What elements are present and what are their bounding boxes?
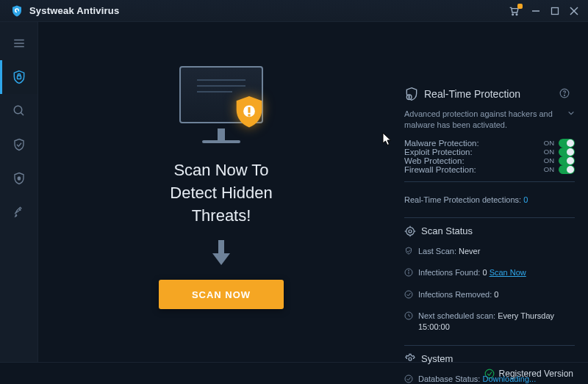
chevron-down-icon bbox=[563, 109, 575, 120]
scan-status-title: Scan Status bbox=[404, 225, 575, 237]
svg-marker-17 bbox=[212, 253, 230, 265]
info-icon bbox=[404, 268, 413, 280]
svg-point-22 bbox=[406, 227, 415, 235]
check-circle-icon bbox=[404, 374, 413, 384]
toggle-exploit: Exploit Protection:ON bbox=[404, 148, 575, 156]
check-shield-icon bbox=[404, 247, 413, 258]
svg-line-11 bbox=[21, 112, 24, 115]
scan-now-button[interactable]: SCAN NOW bbox=[159, 280, 284, 309]
rtp-note[interactable]: Advanced protection against hackers and … bbox=[404, 109, 575, 131]
sidebar-item-privacy[interactable]: e bbox=[0, 162, 37, 195]
sidebar-item-protection[interactable] bbox=[0, 128, 37, 162]
toggle-malware: Malware Protection:ON bbox=[404, 139, 575, 148]
scan-now-link[interactable]: Scan Now bbox=[490, 268, 526, 277]
svg-text:i: i bbox=[409, 95, 409, 99]
rtp-title: i Real-Time Protection bbox=[404, 87, 575, 101]
svg-point-21 bbox=[564, 95, 565, 95]
svg-point-30 bbox=[409, 270, 409, 271]
app-title: Systweak Antivirus bbox=[29, 5, 119, 16]
arrow-down-icon bbox=[210, 240, 232, 269]
svg-rect-15 bbox=[248, 114, 250, 116]
svg-point-0 bbox=[512, 13, 514, 15]
hero-headline: Scan Now To Detect Hidden Threats! bbox=[170, 159, 272, 227]
minimize-button[interactable] bbox=[526, 1, 545, 21]
svg-line-4 bbox=[570, 7, 578, 15]
maximize-button[interactable] bbox=[545, 1, 564, 21]
svg-point-10 bbox=[14, 106, 22, 114]
svg-rect-14 bbox=[248, 107, 250, 113]
sidebar: e bbox=[0, 22, 38, 362]
check-circle-icon bbox=[404, 290, 413, 302]
svg-point-31 bbox=[405, 291, 412, 298]
toggle-firewall-switch[interactable]: ON bbox=[544, 165, 575, 174]
svg-rect-16 bbox=[218, 240, 224, 255]
app-logo-icon bbox=[10, 4, 24, 18]
shield-warning-icon bbox=[235, 96, 263, 128]
db-status-row: Database Status: Downloading... bbox=[404, 374, 575, 384]
cart-badge bbox=[517, 4, 523, 9]
hero-pane: Scan Now To Detect Hidden Threats! SCAN … bbox=[38, 22, 404, 362]
svg-point-1 bbox=[516, 13, 517, 15]
close-button[interactable] bbox=[564, 1, 584, 21]
svg-point-33 bbox=[409, 358, 412, 361]
sidebar-item-tools[interactable] bbox=[0, 195, 37, 229]
toggle-exploit-switch[interactable]: ON bbox=[544, 148, 575, 156]
svg-point-23 bbox=[409, 230, 412, 233]
svg-rect-3 bbox=[552, 7, 559, 14]
clock-icon bbox=[404, 311, 413, 323]
toggle-web: Web Protection:ON bbox=[404, 156, 575, 165]
rtp-detections: Real-Time Protection detections: 0 bbox=[404, 195, 575, 204]
next-scan-row: Next scheduled scan: Every Thursday 15:0… bbox=[404, 311, 575, 333]
help-icon[interactable] bbox=[559, 88, 575, 101]
system-title: System bbox=[404, 353, 575, 365]
toggle-web-switch[interactable]: ON bbox=[544, 156, 575, 165]
title-bar: Systweak Antivirus bbox=[0, 0, 588, 22]
infections-removed-row: Infections Removed: 0 bbox=[404, 289, 575, 302]
svg-point-34 bbox=[405, 375, 412, 383]
svg-line-5 bbox=[570, 7, 578, 15]
infections-found-row: Infections Found: 0 Scan Now bbox=[404, 267, 575, 280]
last-scan-row: Last Scan: Never bbox=[404, 246, 575, 258]
sidebar-item-scan[interactable] bbox=[0, 94, 37, 128]
svg-rect-9 bbox=[17, 76, 21, 79]
cart-icon[interactable] bbox=[504, 1, 523, 21]
status-panel: i Real-Time Protection Advanced protecti… bbox=[404, 22, 588, 362]
monitor-illustration bbox=[173, 66, 269, 143]
toggle-firewall: Firewall Protection:ON bbox=[404, 165, 575, 174]
toggle-malware-switch[interactable]: ON bbox=[544, 139, 575, 148]
sidebar-item-menu[interactable] bbox=[0, 26, 37, 60]
sidebar-item-dashboard[interactable] bbox=[0, 60, 37, 94]
svg-text:e: e bbox=[18, 175, 21, 181]
